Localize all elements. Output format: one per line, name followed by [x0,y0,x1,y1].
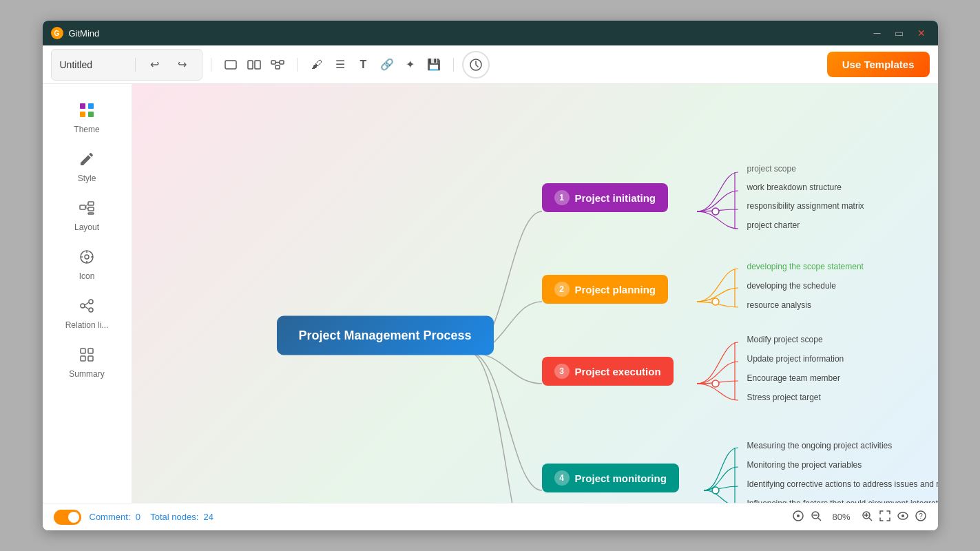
summary-icon [79,346,95,366]
toolbar-divider-3 [297,58,298,72]
zoom-controls: 80% ? [792,510,927,525]
minimize-btn[interactable]: ─ [870,28,885,39]
layout-icon [79,200,95,220]
svg-point-40 [712,380,719,387]
app-logo: G [51,27,63,39]
sidebar-item-style[interactable]: Style [56,144,118,190]
sidebar-item-icon[interactable]: Icon [56,242,118,288]
svg-rect-30 [88,349,93,353]
zoom-in-btn[interactable] [861,510,873,525]
close-btn[interactable]: ✕ [913,28,930,39]
svg-rect-32 [88,356,93,361]
bottom-bar: Comment: 0 Total nodes: 24 80% [43,503,938,530]
use-templates-btn[interactable]: Use Templates [827,52,930,77]
list-btn[interactable]: ☰ [329,54,351,76]
svg-point-26 [89,308,93,312]
edit-tools: 🖌 ☰ T 🔗 ✦ 💾 [306,54,445,76]
shape-connect-btn[interactable] [267,54,289,76]
star-btn[interactable]: ✦ [399,54,421,76]
svg-rect-15 [88,213,94,214]
leaf-1-2: work breakdown structure [747,183,842,192]
svg-line-16 [85,204,88,208]
svg-point-44 [797,514,800,517]
svg-rect-29 [81,349,85,353]
save-btn[interactable]: 💾 [423,54,445,76]
sidebar-item-summary[interactable]: Summary [56,340,118,386]
svg-rect-10 [80,112,85,117]
branch-monitoring[interactable]: 4 Project monitoring [542,464,679,492]
icon-icon [79,249,95,269]
svg-rect-3 [271,61,275,64]
app-window: G GitMind ─ ▭ ✕ Untitled ↩ ↪ [43,21,938,530]
sidebar-item-relation[interactable]: Relation li... [56,291,118,337]
leaf-2-3: resource analysis [747,300,811,310]
branch-label-3: Project execution [575,366,661,377]
branch-planning[interactable]: 2 Project planning [542,275,669,304]
svg-line-46 [818,518,821,521]
doc-title[interactable]: Untitled [60,59,127,70]
theme-icon [79,102,95,122]
svg-point-38 [712,487,719,494]
style-label: Style [78,174,96,183]
branch-num-3: 3 [554,364,570,379]
branch-num-1: 1 [554,190,570,205]
svg-line-27 [85,302,89,305]
branch-label-2: Project planning [575,284,656,295]
speed-dial-btn[interactable] [462,51,490,79]
doc-title-area: Untitled ↩ ↪ [51,49,202,81]
comment-count: 0 [136,512,140,522]
fullscreen-btn[interactable] [879,510,891,525]
leaf-3-2: Update project information [747,354,844,364]
svg-rect-0 [225,61,236,69]
style-icon [79,151,95,171]
svg-rect-9 [88,103,94,109]
relation-icon [79,298,95,318]
zoom-out-btn[interactable] [810,510,822,525]
leaf-4-4: Influencing the factors that could circu… [747,499,938,503]
leaf-1-1: project scope [747,164,796,174]
zoom-fit-icon[interactable] [792,510,804,525]
paint-btn[interactable]: 🖌 [306,54,328,76]
maximize-btn[interactable]: ▭ [890,28,908,39]
toolbar-divider-2 [211,58,211,72]
svg-line-49 [869,518,872,521]
titlebar: G GitMind ─ ▭ ✕ [43,21,938,45]
svg-rect-2 [255,61,260,69]
svg-rect-1 [248,61,253,69]
preview-btn[interactable] [897,510,909,525]
svg-point-53 [901,514,904,517]
branch-label-4: Project monitoring [575,472,667,484]
redo-btn[interactable]: ↪ [171,54,194,76]
canvas[interactable]: Project Management Process 1 Project ini… [132,84,938,503]
branch-execution[interactable]: 3 Project execution [542,357,674,386]
text-btn[interactable]: T [353,54,375,76]
svg-text:?: ? [919,512,923,520]
branch-label-1: Project initiating [575,192,656,204]
leaf-2-2: developing the schedule [747,281,836,291]
svg-point-39 [712,298,719,305]
svg-point-24 [81,304,85,308]
summary-label: Summary [69,369,104,379]
central-node[interactable]: Project Management Process [277,316,494,355]
shape-split-btn[interactable] [243,54,265,76]
comment-toggle[interactable] [54,510,81,525]
sidebar-item-layout[interactable]: Layout [56,193,118,239]
svg-point-25 [89,300,93,304]
branch-num-4: 4 [554,470,570,486]
window-controls: ─ ▭ ✕ [870,28,930,39]
zoom-level: 80% [828,512,855,522]
shape-rect-btn[interactable] [220,54,242,76]
branch-initiating[interactable]: 1 Project initiating [542,183,669,212]
undo-btn[interactable]: ↩ [144,54,166,76]
toolbar-divider [135,58,136,72]
leaf-4-3: Identifying corrective actions to addres… [747,479,938,489]
svg-rect-31 [81,356,85,361]
link-btn[interactable]: 🔗 [376,54,398,76]
svg-rect-8 [80,103,85,109]
help-btn[interactable]: ? [915,510,927,525]
leaf-3-4: Stress project target [747,393,821,402]
svg-line-28 [85,306,89,309]
leaf-4-1: Measuring the ongoing project activities [747,441,893,450]
main-area: Theme Style Layout Icon [43,84,938,503]
sidebar-item-theme[interactable]: Theme [56,95,118,141]
